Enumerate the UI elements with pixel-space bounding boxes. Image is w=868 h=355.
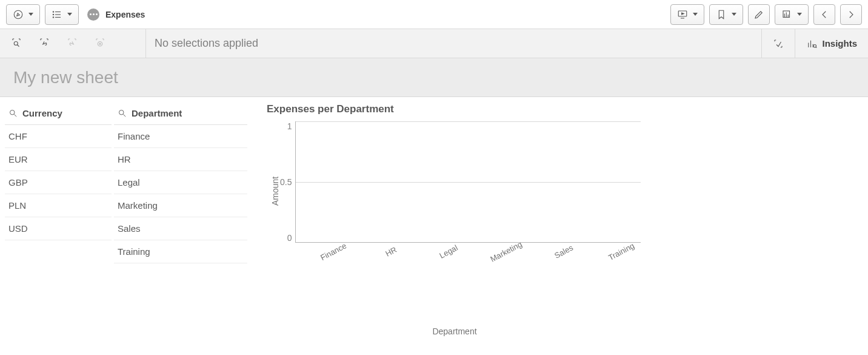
- sheet-title[interactable]: My new sheet: [13, 68, 118, 87]
- search-icon: [118, 109, 127, 118]
- filter-item[interactable]: PLN: [5, 194, 112, 217]
- chart-pane: Expenses per Department Amount 10.50 Fin…: [250, 103, 863, 355]
- selections-bar: No selections applied Insights: [0, 29, 868, 58]
- filter-item[interactable]: Training: [114, 240, 247, 263]
- filter-item[interactable]: Marketing: [114, 194, 247, 217]
- step-forward-button[interactable]: [67, 37, 78, 50]
- filter-header-department[interactable]: Department: [114, 103, 247, 125]
- selections-tool-button[interactable]: [761, 29, 795, 58]
- filter-item[interactable]: Finance: [114, 125, 247, 148]
- svg-line-14: [18, 45, 19, 47]
- filter-pane-currency: Currency CHFEURGBPPLNUSD: [5, 103, 112, 355]
- app-menu-icon[interactable]: [87, 8, 99, 21]
- bookmarks-button[interactable]: [709, 4, 743, 25]
- filter-pane-department: Department FinanceHRLegalMarketingSalesT…: [114, 103, 247, 355]
- chart-title: Expenses per Department: [267, 103, 863, 115]
- caret-down-icon: [797, 13, 802, 16]
- smart-search-button[interactable]: [11, 37, 22, 50]
- filter-item[interactable]: EUR: [5, 148, 112, 171]
- compass-icon: [13, 9, 24, 20]
- filter-header-currency[interactable]: Currency: [5, 103, 112, 125]
- caret-down-icon: [28, 13, 33, 16]
- svg-point-4: [53, 11, 54, 12]
- chevron-right-icon: [846, 9, 856, 20]
- svg-line-22: [816, 47, 817, 48]
- clear-selections-button[interactable]: [95, 37, 105, 50]
- filter-item[interactable]: CHF: [5, 125, 112, 148]
- step-back-button[interactable]: [39, 37, 50, 50]
- caret-down-icon: [732, 13, 736, 16]
- y-tick: 0: [287, 233, 292, 243]
- insights-button[interactable]: Insights: [795, 29, 868, 58]
- sheet-content: Currency CHFEURGBPPLNUSD Department Fina…: [0, 97, 868, 355]
- search-icon: [8, 109, 18, 118]
- bookmark-icon: [716, 9, 727, 20]
- svg-line-26: [123, 114, 125, 117]
- y-tick: 0.5: [280, 177, 292, 187]
- top-toolbar: Expenses: [0, 0, 868, 29]
- redo-selection-icon: [67, 37, 78, 48]
- svg-point-6: [53, 16, 54, 18]
- sheets-button[interactable]: [775, 4, 809, 25]
- sheets-icon: [781, 9, 792, 20]
- prev-sheet-button[interactable]: [813, 4, 835, 25]
- y-axis-ticks: 10.50: [280, 121, 295, 243]
- navigate-button[interactable]: [6, 4, 40, 25]
- svg-point-13: [14, 42, 18, 46]
- filter-item[interactable]: HR: [114, 148, 247, 171]
- sheet-list-button[interactable]: [45, 4, 79, 25]
- y-axis-label: Amount: [267, 121, 280, 261]
- next-sheet-button[interactable]: [840, 4, 862, 25]
- pencil-icon: [753, 9, 764, 20]
- app-title-area: Expenses: [87, 8, 145, 21]
- svg-point-0: [14, 10, 22, 19]
- filter-item[interactable]: USD: [5, 217, 112, 240]
- chart-plot-area[interactable]: [295, 121, 641, 243]
- sheet-title-bar: My new sheet: [0, 58, 868, 97]
- filter-item[interactable]: GBP: [5, 171, 112, 194]
- x-axis-label: Department: [267, 326, 643, 336]
- clear-selection-icon: [95, 37, 105, 48]
- present-button[interactable]: [670, 4, 704, 25]
- list-icon: [52, 9, 62, 20]
- selections-message: No selections applied: [145, 29, 761, 58]
- filter-header-label: Department: [132, 108, 182, 118]
- play-monitor-icon: [677, 9, 688, 20]
- selection-search-icon: [11, 37, 22, 48]
- filter-item[interactable]: Sales: [114, 217, 247, 240]
- insights-label: Insights: [822, 38, 857, 49]
- app-title: Expenses: [105, 10, 145, 19]
- svg-line-24: [14, 114, 16, 117]
- filter-header-label: Currency: [22, 108, 62, 118]
- edit-sheet-button[interactable]: [748, 4, 770, 25]
- insights-icon: [806, 38, 817, 49]
- chevron-left-icon: [819, 9, 830, 20]
- filter-item[interactable]: Legal: [114, 171, 247, 194]
- y-tick: 1: [287, 121, 292, 131]
- x-axis-ticks: FinanceHRLegalMarketingSalesTraining: [299, 261, 645, 291]
- filter-list-currency: CHFEURGBPPLNUSD: [5, 125, 112, 240]
- selection-tool-icon: [773, 38, 784, 49]
- undo-selection-icon: [39, 37, 50, 48]
- svg-point-23: [10, 110, 15, 115]
- caret-down-icon: [67, 13, 72, 16]
- svg-point-25: [119, 110, 124, 115]
- svg-point-5: [53, 14, 54, 15]
- caret-down-icon: [693, 13, 698, 16]
- filter-list-department: FinanceHRLegalMarketingSalesTraining: [114, 125, 247, 263]
